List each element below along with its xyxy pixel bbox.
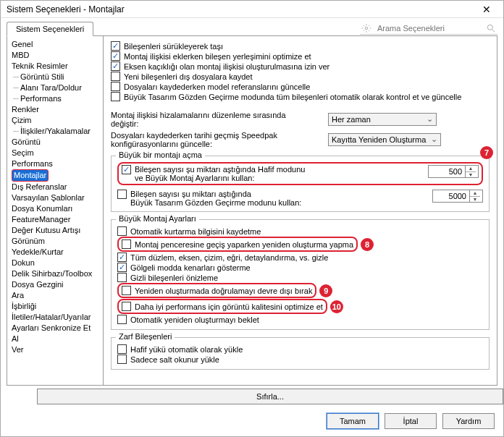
search-icon (486, 23, 496, 33)
select-align-change[interactable]: Her zaman (328, 113, 437, 126)
group-open-large: Büyük bir montajı açma 7 ✓ Bileşen sayıs… (111, 156, 490, 212)
sidebar-item[interactable]: Değer Kutusu Artışı (12, 225, 101, 236)
panels: GenelMBDTeknik ResimlerGörüntü StiliAlan… (7, 35, 497, 386)
checkbox[interactable] (111, 72, 120, 81)
callout-8: 8 (361, 238, 374, 251)
sidebar-item[interactable]: Performans (12, 93, 101, 104)
sidebar-item[interactable]: Al (12, 334, 101, 344)
sidebar-item[interactable]: Montajlar (12, 169, 101, 182)
sidebar-item[interactable]: Dokun (12, 258, 101, 268)
sidebar-item[interactable]: İlişkiler/Yakalamalar (12, 126, 101, 137)
sidebar-item[interactable]: Görüntü (12, 137, 101, 148)
checkbox[interactable]: ✓ (117, 263, 127, 272)
sidebar-item[interactable]: Genel (12, 39, 101, 50)
checkbox[interactable] (117, 273, 127, 282)
sidebar-item[interactable]: Ara (12, 290, 101, 301)
checkbox-label: Tüm düzlem, eksen, çizim, eğri, detaylan… (130, 253, 328, 262)
sidebar-item[interactable]: Görünüm (12, 236, 101, 247)
sidebar-item[interactable]: Görüntü Stili (12, 72, 101, 82)
checkbox-label: Büyük Tasarım Gözden Geçirme modunda tüm… (124, 93, 461, 101)
checkbox[interactable] (117, 226, 127, 236)
search-input[interactable] (376, 23, 482, 33)
sidebar-item[interactable]: Delik Sihirbazı/Toolbox (12, 268, 101, 279)
search-box[interactable] (360, 22, 497, 35)
ok-button[interactable]: Tamam (327, 413, 379, 429)
reset-button[interactable]: Sıfırla... (37, 389, 503, 404)
close-button[interactable]: ✕ (474, 1, 499, 17)
checkbox[interactable]: ✓ (111, 51, 120, 61)
sidebar-item[interactable]: Yedekle/Kurtar (12, 247, 101, 258)
checkbox[interactable] (111, 82, 120, 91)
chk-ldr-threshold[interactable] (117, 190, 127, 199)
footer: Tamam İptal Yardım (1, 409, 503, 436)
callout-7: 7 (480, 146, 493, 159)
label-speedpak-update: Dosyaları kaydederken tarihi geçmiş Spee… (111, 131, 306, 148)
checkbox[interactable] (117, 355, 127, 364)
category-tree[interactable]: GenelMBDTeknik ResimlerGörüntü StiliAlan… (7, 36, 104, 386)
checkbox[interactable] (122, 286, 131, 295)
sidebar-item[interactable]: İletiler/Hatalar/Uyarılar (12, 312, 101, 323)
checkbox-label: Gizli bileşenleri önizleme (130, 273, 218, 282)
tab-row: Sistem Seçenekleri (1, 18, 503, 35)
svg-line-2 (492, 29, 495, 32)
chk-lightweight-threshold[interactable]: ✓ (122, 165, 131, 174)
checkbox-label: Dosyaları kaydederken model referansları… (124, 82, 310, 91)
checkbox-label: Yeniden oluşturmada doğrulamayı devre dı… (135, 287, 312, 295)
sidebar-item[interactable]: Seçim (12, 148, 101, 158)
legend-large-settings: Büyük Montaj Ayarları (116, 214, 199, 223)
titlebar: Sistem Seçenekleri - Montajlar ✕ (1, 1, 503, 18)
sidebar-item[interactable]: Dış Referanslar (12, 182, 101, 192)
checkbox[interactable] (117, 315, 127, 324)
tab-system-options[interactable]: Sistem Seçenekleri (7, 22, 93, 36)
legend-envelope: Zarf Bileşenleri (116, 332, 175, 341)
callout-9: 9 (319, 284, 332, 297)
sidebar-item[interactable]: Teknik Resimler (12, 61, 101, 72)
cancel-button[interactable]: İptal (385, 413, 437, 429)
callout-10: 10 (330, 300, 343, 313)
select-speedpak-update[interactable]: Kayıtta Yeniden Oluşturma (328, 133, 441, 146)
lbl-lightweight-a: Bileşen sayısı şu miktarı aştığında Hafi… (135, 165, 428, 174)
checkbox-label: Montaj penceresine geçiş yaparken yenide… (135, 240, 353, 249)
sidebar-item[interactable]: Dosya Gezgini (12, 279, 101, 290)
window-title: Sistem Seçenekleri - Montajlar (7, 4, 125, 14)
checkbox[interactable] (111, 92, 120, 101)
sidebar-item[interactable]: Renkler (12, 104, 101, 115)
checkbox-label: Gölgeli modda kenarları gösterme (130, 263, 251, 272)
checkbox[interactable]: ✓ (117, 253, 127, 262)
dialog-window: Sistem Seçenekleri - Montajlar ✕ Sistem … (0, 0, 504, 437)
group-envelope: Zarf Bileşenleri Hafif yükü otomatik ola… (111, 337, 490, 370)
sidebar-item[interactable]: Ayarları Senkronize Et (12, 323, 101, 334)
svg-point-1 (487, 25, 492, 30)
checkbox-label: Sadece salt okunur yükle (130, 355, 219, 364)
sidebar-item[interactable]: Varsayılan Şablonlar (12, 192, 101, 203)
num-lightweight-threshold[interactable]: ▲▼ (428, 165, 479, 178)
sidebar-item[interactable]: FeatureManager (12, 214, 101, 225)
group-large-settings: Büyük Montaj Ayarları Otomatik kurtarma … (111, 219, 490, 330)
tab-label: Sistem Seçenekleri (16, 25, 84, 33)
sidebar-item[interactable]: Çizim (12, 115, 101, 126)
lbl-ldr-b: Büyük Tasarım Gözden Geçirme modunu kull… (130, 198, 432, 207)
svg-point-0 (365, 27, 368, 30)
sidebar-item[interactable]: Dosya Konumları (12, 203, 101, 214)
sidebar-item[interactable]: MBD (12, 50, 101, 61)
lbl-lightweight-b: ve Büyük Montaj Ayarlarını kullan: (135, 174, 428, 182)
checkbox-label: Montaj ilişkisi eklerken bileşen yerleşi… (124, 52, 311, 61)
lbl-ldr-a: Bileşen sayısı şu miktarı aştığında (130, 190, 432, 198)
checkbox[interactable]: ✓ (111, 61, 120, 71)
checkbox[interactable] (122, 239, 131, 249)
checkbox-label: Yeni bileşenleri dış dosyalara kaydet (124, 72, 253, 81)
sidebar-item[interactable]: Performans (12, 158, 101, 169)
sidebar-item[interactable]: İşbirliği (12, 301, 101, 312)
help-button[interactable]: Yardım (442, 413, 495, 429)
checkbox-label: Hafif yükü otomatik olarak yükle (130, 345, 243, 354)
checkbox-label: Daha iyi performans için görüntü kalites… (135, 302, 323, 311)
checkbox[interactable]: ✓ (111, 41, 120, 51)
sidebar-item[interactable]: Alanı Tara/Doldur (12, 82, 101, 93)
checkbox[interactable] (122, 302, 131, 311)
checkbox[interactable] (117, 344, 127, 354)
checkbox-label: Otomatik kurtarma bilgisini kaydetme (130, 227, 261, 236)
legend-open-large: Büyük bir montajı açma (116, 150, 205, 159)
label-align-change: Montaj ilişkisi hizalamalarını düzenleme… (111, 111, 306, 128)
sidebar-item[interactable]: Ver (12, 344, 101, 355)
num-ldr-threshold[interactable]: ▲▼ (432, 190, 483, 203)
